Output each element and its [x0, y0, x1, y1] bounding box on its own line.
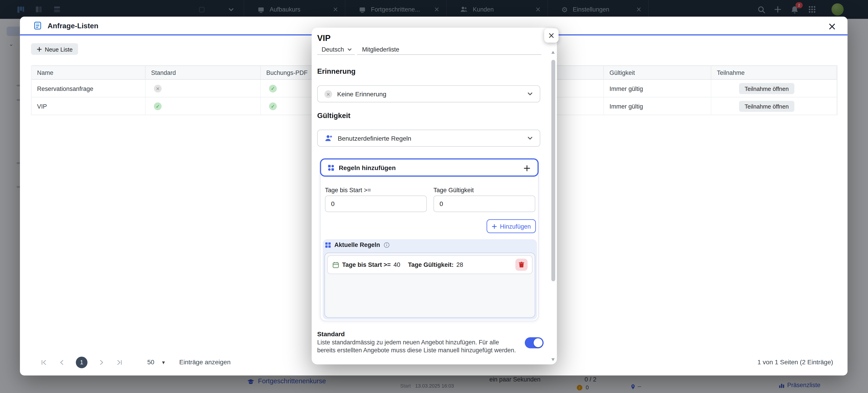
info-icon[interactable]	[383, 242, 390, 248]
column-header-name: Name	[32, 66, 146, 79]
cell-gueltigkeit: Immer gültig	[604, 80, 711, 97]
scroll-down-icon[interactable]	[551, 358, 555, 361]
add-rule-button[interactable]: Hinzufügen	[487, 219, 536, 233]
column-header-standard: Standard	[146, 66, 260, 79]
current-page-button[interactable]: 1	[76, 356, 88, 368]
erinnerung-select[interactable]: × Keine Erinnerung	[317, 85, 540, 102]
cell-name: VIP	[32, 97, 146, 115]
caret-down-icon: ▾	[162, 359, 165, 365]
last-page-icon[interactable]	[116, 359, 123, 366]
rule-value-2: 28	[456, 262, 463, 268]
delete-rule-button[interactable]	[515, 259, 528, 271]
trash-icon	[518, 262, 525, 268]
validity-days-label: Tage Gültigkeit	[434, 186, 474, 193]
rules-icon	[325, 242, 331, 248]
open-participation-button[interactable]: Teilnahme öffnen	[739, 100, 794, 112]
validity-days-input[interactable]	[434, 195, 535, 212]
page-size-value: 50	[147, 359, 154, 365]
page-title: Anfrage-Listen	[48, 21, 98, 30]
current-rules-section: Aktuelle Regeln Tage bis Start >= 40 Tag…	[323, 239, 537, 320]
page-size-label: Einträge anzeigen	[179, 359, 230, 365]
chevron-down-icon	[527, 135, 533, 141]
plus-icon	[37, 46, 42, 52]
current-rules-label: Aktuelle Regeln	[334, 242, 380, 248]
check-status-icon: ✓	[154, 102, 162, 110]
none-icon: ×	[324, 90, 332, 98]
gueltigkeit-value: Benutzerdefinierte Regeln	[338, 135, 411, 141]
language-select[interactable]: Deutsch	[317, 44, 355, 55]
standard-heading: Standard	[317, 331, 345, 337]
erinnerung-value: Keine Erinnerung	[337, 90, 386, 97]
new-list-label: Neue Liste	[45, 46, 72, 52]
page-size-select[interactable]: 50 ▾	[147, 359, 165, 365]
plus-icon	[492, 223, 497, 229]
calendar-icon	[332, 261, 339, 268]
expand-plus-icon[interactable]: +	[523, 162, 531, 173]
open-participation-button[interactable]: Teilnahme öffnen	[739, 83, 794, 94]
add-rule-label: Hinzufügen	[500, 223, 531, 230]
pagination-summary: 1 von 1 Seiten (2 Einträge)	[757, 359, 833, 365]
rules-list: Tage bis Start >= 40 Tage Gültigkeit: 28	[324, 252, 535, 318]
rule-label-2: Tage Gültigkeit:	[408, 262, 454, 268]
dialog-scrollbar[interactable]	[551, 48, 555, 361]
anfrage-listen-icon	[33, 21, 42, 30]
scroll-up-icon[interactable]	[551, 51, 555, 54]
add-rules-header[interactable]: Regeln hinzufügen +	[320, 158, 539, 177]
check-status-icon: ✓	[269, 84, 277, 92]
prev-page-icon[interactable]	[58, 359, 65, 366]
new-list-button[interactable]: Neue Liste	[31, 43, 78, 55]
gueltigkeit-heading: Gültigkeit	[317, 111, 350, 120]
list-name-input[interactable]: Mitgliederliste	[357, 44, 541, 55]
gueltigkeit-select[interactable]: Benutzerdefinierte Regeln	[317, 129, 540, 147]
standard-description: Liste standardmässig zu jedem neuen Ange…	[317, 338, 518, 354]
rule-label-1: Tage bis Start >=	[342, 262, 391, 268]
rules-panel: Regeln hinzufügen + Tage bis Start >= Ta…	[320, 158, 539, 321]
next-page-icon[interactable]	[98, 359, 105, 366]
list-name-value: Mitgliederliste	[362, 46, 399, 53]
column-header-teilnahme: Teilnahme	[711, 66, 837, 79]
cell-gueltigkeit: Immer gültig	[604, 97, 711, 115]
vip-dialog: VIP × Deutsch Mitgliederliste Erinnerung…	[312, 28, 557, 364]
check-status-icon: ✓	[269, 102, 277, 110]
add-rules-label: Regeln hinzufügen	[339, 164, 396, 171]
scrollbar-thumb[interactable]	[551, 60, 555, 281]
close-icon[interactable]: ×	[828, 20, 836, 32]
cell-name: Reservationsanfrage	[32, 80, 146, 97]
screen: Aufbaukurs × Fortgeschrittene... × Kunde…	[0, 0, 868, 393]
first-page-icon[interactable]	[40, 359, 48, 366]
rule-value-1: 40	[394, 262, 400, 268]
puzzle-icon	[328, 164, 334, 171]
dialog-title: VIP	[317, 33, 331, 43]
dialog-close-button[interactable]: ×	[544, 28, 559, 43]
person-plus-icon	[324, 134, 333, 143]
toggle-knob	[534, 338, 542, 347]
chevron-down-icon	[527, 91, 533, 97]
cross-status-icon: ×	[154, 84, 162, 92]
days-until-start-input[interactable]	[325, 195, 427, 212]
days-until-start-label: Tage bis Start >=	[325, 186, 371, 193]
language-value: Deutsch	[322, 46, 344, 53]
rule-item: Tage bis Start >= 40 Tage Gültigkeit: 28	[327, 255, 532, 274]
column-header-gueltigkeit: Gültigkeit	[604, 66, 711, 79]
chevron-down-icon	[347, 47, 352, 52]
current-rules-header: Aktuelle Regeln	[325, 242, 390, 248]
erinnerung-heading: Erinnerung	[317, 67, 355, 75]
standard-toggle[interactable]	[525, 337, 544, 348]
